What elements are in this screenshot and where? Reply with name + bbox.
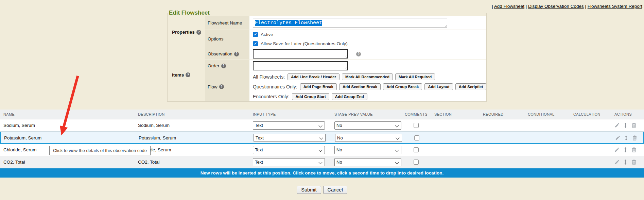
input-type-select[interactable]: Text [253, 121, 325, 130]
option-row: Allow Save for Later (Questionnaires Onl… [249, 39, 486, 48]
add-scriptlet-button[interactable]: Add Scriptlet [455, 83, 487, 90]
edit-pencil-icon[interactable] [614, 160, 620, 165]
chevron-down-icon [319, 136, 323, 139]
chevron-down-icon [318, 148, 322, 152]
chevron-down-icon [395, 148, 399, 152]
chevron-down-icon [396, 136, 399, 139]
table-row: CO2, Total CO2, Total Text No [0, 156, 644, 168]
add-layout-button[interactable]: Add Layout [424, 83, 453, 90]
help-icon[interactable]: ? [221, 64, 226, 68]
flowsheet-name-value: Electrolytes Flowsheet [255, 20, 322, 26]
move-row-icon[interactable] [623, 123, 628, 128]
help-icon[interactable]: ? [234, 52, 239, 56]
edit-flowsheet-panel: Edit Flowsheet Properties ? Items ? Flow… [167, 10, 487, 102]
add-group-start-button[interactable]: Add Group Start [292, 93, 329, 100]
cancel-button[interactable]: Cancel [323, 186, 347, 194]
flow-group-label: Questionnaires Only: [253, 84, 297, 89]
comments-checkbox[interactable] [414, 135, 419, 140]
input-type-select[interactable]: Text [254, 134, 326, 142]
option-row: Active [249, 30, 486, 39]
insert-position-bar[interactable]: New rows will be inserted at this positi… [0, 168, 644, 178]
column-header-stage-prev-value: STAGE PREV VALUE [331, 112, 401, 116]
flow-buttons-cell: All Flowsheets: Add Line Break / HeaderM… [249, 72, 486, 101]
column-header-name: NAME [0, 112, 135, 116]
top-nav-links: | Add Flowsheet | Display Observation Co… [492, 4, 642, 9]
move-row-icon[interactable] [623, 147, 628, 152]
comments-checkbox[interactable] [414, 160, 419, 165]
flowsheet-name-input[interactable]: Electrolytes Flowsheet [253, 18, 447, 28]
edit-pencil-icon[interactable] [614, 147, 620, 152]
options-cell: ActiveAllow Save for Later (Questionnair… [249, 30, 486, 48]
order-input[interactable] [253, 61, 348, 70]
flowsheet-items-table: NAMEDESCRIPTIONINPUT TYPESTAGE PREV VALU… [0, 110, 644, 178]
input-type-select[interactable]: Text [253, 158, 325, 166]
row-description: CO2, Total [138, 160, 160, 165]
column-header-input-type: INPUT TYPE [249, 112, 331, 116]
delete-trash-icon[interactable] [631, 147, 637, 152]
order-label: Order ? [205, 60, 249, 72]
delete-trash-icon[interactable] [632, 135, 637, 140]
edit-flowsheet-page: | Add Flowsheet | Display Observation Co… [0, 0, 644, 200]
chevron-down-icon [395, 160, 399, 164]
help-icon[interactable]: ? [356, 52, 361, 56]
edit-pencil-icon[interactable] [614, 123, 620, 128]
link-display-observation-codes[interactable]: Display Observation Codes [528, 4, 584, 9]
comments-checkbox[interactable] [414, 147, 419, 152]
checkbox-label: Active [261, 32, 273, 37]
input-type-select[interactable]: Text [253, 146, 325, 154]
mark-all-required-button[interactable]: Mark All Required [395, 73, 435, 80]
group-items: Items ? [168, 48, 205, 101]
delete-trash-icon[interactable] [631, 123, 637, 128]
add-line-break-header-button[interactable]: Add Line Break / Header [288, 73, 340, 80]
add-group-break-button[interactable]: Add Group Break [383, 83, 422, 90]
flowsheet-name-label: Flowsheet Name [205, 16, 249, 30]
edit-pencil-icon[interactable] [615, 135, 620, 140]
group-properties: Properties ? [168, 16, 205, 48]
move-row-icon[interactable] [623, 160, 628, 165]
column-header-section: SECTION [431, 112, 480, 116]
add-section-break-button[interactable]: Add Section Break [339, 83, 381, 90]
add-page-break-button[interactable]: Add Page Break [300, 83, 337, 90]
row-name-link[interactable]: Sodium, Serum [3, 123, 35, 128]
active-checkbox[interactable] [253, 32, 258, 37]
help-icon[interactable]: ? [219, 84, 224, 89]
column-header-description: DESCRIPTION [135, 112, 249, 116]
chevron-down-icon [318, 123, 322, 127]
stage-prev-value-select[interactable]: No [335, 134, 402, 142]
row-description: Potassium, Serum [139, 135, 176, 140]
column-header-actions: ACTIONS [613, 112, 644, 116]
footer-controls: Submit Cancel [0, 186, 644, 194]
mark-all-recommended-button[interactable]: Mark All Recommended [342, 73, 393, 80]
add-group-end-button[interactable]: Add Group End [332, 93, 367, 100]
column-header-comments: COMMENTS [401, 112, 431, 116]
column-header-conditional: CONDITIONAL [524, 112, 570, 116]
help-icon[interactable]: ? [186, 72, 190, 77]
move-row-icon[interactable] [624, 135, 629, 140]
flow-group-label: All Flowsheets: [253, 74, 285, 80]
help-icon[interactable]: ? [196, 30, 201, 35]
row-name-link[interactable]: Potassium, Serum [4, 135, 41, 140]
flow-label: Flow ? [205, 72, 249, 101]
link-flowsheets-system-report[interactable]: Flowsheets System Report [588, 4, 642, 9]
observation-input[interactable] [253, 49, 348, 59]
stage-prev-value-select[interactable]: No [334, 146, 401, 154]
chevron-down-icon [318, 160, 322, 164]
column-header-calculation: CALCULATION [570, 112, 613, 116]
table-header-row: NAMEDESCRIPTIONINPUT TYPESTAGE PREV VALU… [0, 110, 644, 119]
allow-save-for-later-questionnaires-only-checkbox[interactable] [253, 41, 258, 46]
row-name-link[interactable]: Chloride, Serum [3, 147, 37, 152]
column-header-required: REQUIRED [480, 112, 524, 116]
table-row: Potassium, Serum Potassium, Serum Text N… [0, 132, 644, 144]
group-items-label: Items [172, 72, 184, 78]
row-name-link[interactable]: CO2, Total [3, 160, 25, 165]
submit-button[interactable]: Submit [297, 186, 321, 194]
group-properties-label: Properties [172, 30, 195, 35]
options-label: Options [205, 30, 249, 48]
row-description: Sodium, Serum [138, 123, 170, 128]
stage-prev-value-select[interactable]: No [334, 158, 401, 166]
delete-trash-icon[interactable] [631, 160, 637, 165]
comments-checkbox[interactable] [414, 123, 419, 128]
link-add-flowsheet[interactable]: Add Flowsheet [494, 4, 524, 9]
stage-prev-value-select[interactable]: No [334, 121, 401, 130]
checkbox-label: Allow Save for Later (Questionnaires Onl… [261, 41, 348, 46]
